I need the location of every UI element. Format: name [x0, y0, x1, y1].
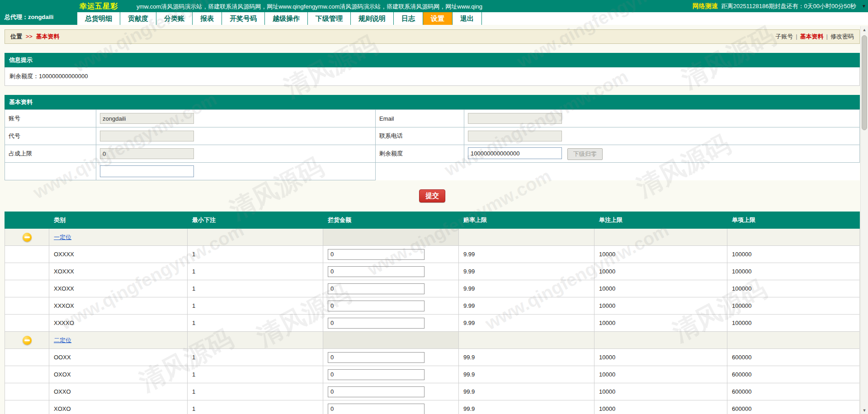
- limit-row-OXXO: OXXO199.910000600000: [5, 383, 860, 400]
- ratio-label: 占成上限: [5, 145, 96, 163]
- nav-tab-0[interactable]: 总货明细: [77, 12, 120, 25]
- info-panel-title: 信息提示: [5, 53, 860, 67]
- ratio-input: [100, 148, 194, 159]
- info-panel: 信息提示 剩余额度：100000000000000: [5, 53, 860, 86]
- limit-row-XOXO: XOXO199.910000600000: [5, 400, 860, 414]
- account-label: 账号: [5, 110, 96, 127]
- block-amount-input-OXXO[interactable]: [328, 386, 425, 397]
- submit-area: 提交: [5, 189, 860, 202]
- reset-subordinates-button[interactable]: 下级归零: [567, 148, 603, 160]
- remaining-quota-text: 剩余额度：100000000000000: [5, 67, 860, 86]
- group-row-0: 一定位: [5, 229, 860, 246]
- caret-down-icon: ▼: [862, 4, 866, 9]
- extra-input[interactable]: [100, 165, 194, 177]
- block-amount-input-XOXXX[interactable]: [328, 266, 425, 277]
- column-header-2: 拦货金额: [323, 212, 459, 229]
- limit-row-XXXXO: XXXXO19.9910000100000: [5, 315, 860, 332]
- limit-row-XXOXX: XXOXX19.9910000100000: [5, 280, 860, 297]
- code-input: [100, 131, 194, 141]
- submit-button[interactable]: 提交: [419, 189, 445, 202]
- icon-column-header: [5, 212, 49, 229]
- column-header-0: 类别: [49, 212, 188, 229]
- scrollbar[interactable]: ▲ ▼: [860, 26, 868, 414]
- nav-tab-6[interactable]: 下级管理: [308, 12, 351, 25]
- limit-row-OOXX: OOXX199.910000600000: [5, 349, 860, 366]
- block-amount-input-OXXXX[interactable]: [328, 249, 425, 260]
- group-row-6: 二定位: [5, 332, 860, 349]
- quota-input[interactable]: [468, 147, 562, 159]
- block-amount-input-XXXXO[interactable]: [328, 318, 425, 329]
- breadcrumb-link-0[interactable]: 子账号: [775, 33, 793, 40]
- column-header-5: 单项上限: [727, 212, 860, 229]
- breadcrumb-link-2[interactable]: 修改密码: [830, 33, 854, 40]
- group-link[interactable]: 一定位: [54, 234, 71, 240]
- limits-header-row: 类别最小下注拦货金额赔率上限单注上限单项上限: [5, 212, 860, 229]
- nav-tab-1[interactable]: 贡献度: [120, 12, 156, 25]
- nav-tab-9[interactable]: 设置: [423, 12, 453, 25]
- scroll-thumb[interactable]: [862, 35, 867, 130]
- email-label: Email: [376, 110, 464, 127]
- nav-tab-10[interactable]: 退出: [453, 12, 482, 25]
- breadcrumb-location: 位置: [10, 33, 22, 40]
- profile-panel: 基本资料 账号 Email 代号 联系电话 占成上限 剩余额度: [5, 95, 860, 180]
- limits-table-body: 一定位OXXXX19.9910000100000XOXXX19.99100001…: [5, 229, 860, 414]
- nav-tab-4[interactable]: 开奖号码: [222, 12, 265, 25]
- link-separator: |: [796, 33, 797, 40]
- limit-row-XXXOX: XXXOX19.9910000100000: [5, 297, 860, 315]
- countdown-text: 距离20251128186期封盘还有：0天00小时00分50秒: [722, 3, 856, 9]
- nav-tab-2[interactable]: 分类账: [156, 12, 193, 25]
- breadcrumb-links: 子账号|基本资料|修改密码: [775, 33, 854, 41]
- breadcrumb-link-1[interactable]: 基本资料: [800, 33, 824, 40]
- form-row-extra: [5, 163, 860, 180]
- limit-row-OXOX: OXOX199.910000600000: [5, 366, 860, 383]
- link-separator: |: [826, 33, 828, 40]
- site-title: 幸运五星彩: [80, 2, 118, 11]
- nav-tab-7[interactable]: 规则说明: [351, 12, 394, 25]
- block-amount-input-XXOXX[interactable]: [328, 283, 425, 294]
- limits-table: 类别最小下注拦货金额赔率上限单注上限单项上限 一定位OXXXX19.991000…: [5, 212, 860, 414]
- limit-row-OXXXX: OXXXX19.9910000100000: [5, 246, 860, 263]
- column-header-1: 最小下注: [188, 212, 323, 229]
- phone-label: 联系电话: [376, 127, 464, 145]
- breadcrumb-path: 位置 >> 基本资料: [10, 33, 59, 41]
- block-amount-input-OXOX[interactable]: [328, 369, 425, 380]
- breadcrumb-separator: >>: [26, 33, 33, 40]
- phone-input: [468, 131, 562, 141]
- extra-label: [5, 163, 96, 180]
- code-label: 代号: [5, 127, 96, 145]
- top-bar: 幸运五星彩 ymw.com清风源码演示站，搭建联系清风源码网，网址www.qin…: [0, 0, 868, 12]
- agent-label: 总代理：zongdaili: [0, 0, 77, 25]
- form-row-account: 账号 Email: [5, 110, 860, 127]
- nav-tabs: 总货明细贡献度分类账报表开奖号码越级操作下级管理规则说明日志设置退出: [77, 12, 482, 25]
- header: 幸运五星彩 ymw.com清风源码演示站，搭建联系清风源码网，网址www.qin…: [0, 0, 868, 25]
- nav-tab-3[interactable]: 报表: [193, 12, 222, 25]
- block-amount-input-OOXX[interactable]: [328, 352, 425, 363]
- column-header-3: 赔率上限: [459, 212, 594, 229]
- marquee-text: ymw.com清风源码演示站，搭建联系清风源码网，网址www.qingfengy…: [137, 3, 534, 11]
- profile-panel-title: 基本资料: [5, 95, 860, 109]
- quota-label: 剩余额度: [376, 145, 464, 163]
- email-input: [468, 113, 562, 124]
- speed-test-link[interactable]: 网络测速: [693, 2, 718, 9]
- block-amount-input-XOXO[interactable]: [328, 404, 425, 414]
- nav-tab-5[interactable]: 越级操作: [265, 12, 308, 25]
- breadcrumb: 位置 >> 基本资料 子账号|基本资料|修改密码: [5, 29, 860, 44]
- group-link[interactable]: 二定位: [54, 337, 71, 343]
- nav-tab-8[interactable]: 日志: [394, 12, 423, 25]
- main-content: 信息提示 剩余额度：100000000000000 基本资料 账号 Email …: [0, 53, 868, 414]
- collapse-minus-icon[interactable]: [23, 336, 32, 345]
- account-input: [100, 113, 194, 124]
- limit-row-XOXXX: XOXXX19.9910000100000: [5, 263, 860, 280]
- breadcrumb-current: 基本资料: [36, 33, 59, 40]
- scroll-up-arrow[interactable]: ▲: [861, 28, 868, 32]
- form-row-code: 代号 联系电话: [5, 127, 860, 145]
- column-header-4: 单注上限: [594, 212, 727, 229]
- header-info: 网络测速距离20251128186期封盘还有：0天00小时00分50秒: [693, 2, 856, 10]
- profile-form: 账号 Email 代号 联系电话 占成上限 剩余额度 下级归零: [5, 109, 860, 180]
- form-row-quota: 占成上限 剩余额度 下级归零: [5, 145, 860, 163]
- scroll-down-arrow[interactable]: ▼: [861, 408, 868, 413]
- block-amount-input-XXXOX[interactable]: [328, 301, 425, 311]
- collapse-minus-icon[interactable]: [23, 233, 32, 242]
